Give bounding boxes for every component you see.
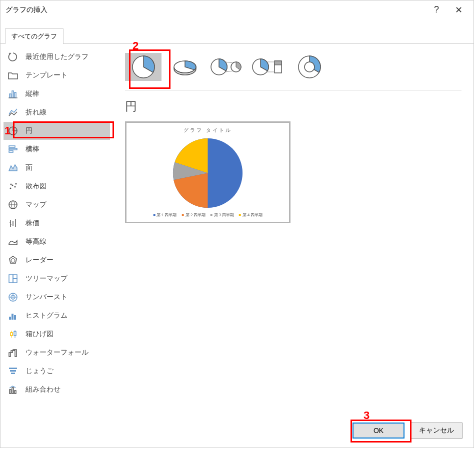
waterfall-icon xyxy=(8,347,18,358)
sidebar-item-recent[interactable]: 最近使用したグラフ xyxy=(4,48,110,66)
sidebar-item-label: じょうご xyxy=(26,367,54,376)
svg-rect-5 xyxy=(9,146,15,147)
chart-subtype-row xyxy=(125,49,462,90)
surface-chart-icon xyxy=(8,236,18,247)
svg-rect-45 xyxy=(10,370,16,372)
line-chart-icon xyxy=(8,107,18,118)
sidebar-item-area[interactable]: 面 xyxy=(4,159,110,177)
sidebar-item-line[interactable]: 折れ線 xyxy=(4,103,110,121)
sidebar-item-pie[interactable]: 円 xyxy=(4,122,110,140)
sidebar-item-treemap[interactable]: ツリーマップ xyxy=(4,270,110,288)
chart-preview[interactable]: グラフ タイトル 第１四半期 第２四半期 第３四半期 第４四半期 xyxy=(125,121,290,223)
combo-chart-icon xyxy=(8,384,18,395)
svg-rect-34 xyxy=(10,333,12,336)
svg-rect-7 xyxy=(9,151,13,152)
sidebar-item-label: 円 xyxy=(26,126,32,135)
sidebar-item-label: ツリーマップ xyxy=(26,274,68,283)
sidebar-item-funnel[interactable]: じょうご xyxy=(4,362,110,380)
svg-rect-41 xyxy=(11,351,12,353)
subtype-bar-of-pie[interactable] xyxy=(250,53,286,81)
sidebar-item-label: 散布図 xyxy=(26,182,46,191)
svg-marker-8 xyxy=(9,165,17,171)
sidebar-item-stock[interactable]: 株価 xyxy=(4,214,110,232)
sidebar-item-label: 等高線 xyxy=(26,237,46,246)
legend-item: 第４四半期 xyxy=(239,212,262,218)
stock-chart-icon xyxy=(8,218,18,229)
svg-rect-49 xyxy=(14,391,16,394)
map-icon xyxy=(8,199,18,210)
sidebar-item-waterfall[interactable]: ウォーターフォール xyxy=(4,344,110,362)
sidebar-item-label: マップ xyxy=(26,200,46,209)
histogram-icon xyxy=(8,310,18,321)
annotation-3: 3 xyxy=(364,409,370,422)
folder-icon xyxy=(8,70,18,81)
svg-rect-43 xyxy=(15,350,16,357)
svg-rect-42 xyxy=(13,350,14,351)
subtype-pie-2d[interactable] xyxy=(125,53,162,81)
scatter-chart-icon xyxy=(8,181,18,192)
svg-marker-23 xyxy=(11,258,15,262)
sidebar-item-label: 縦棒 xyxy=(26,89,40,98)
subtype-pie-3d[interactable] xyxy=(166,53,203,81)
legend-item: 第１四半期 xyxy=(153,212,176,218)
radar-chart-icon xyxy=(8,255,18,266)
pie-chart-preview-icon xyxy=(172,136,244,210)
svg-rect-24 xyxy=(9,275,13,283)
dialog-buttons: OK キャンセル xyxy=(0,414,474,448)
svg-point-12 xyxy=(16,183,17,185)
sidebar-item-label: 横棒 xyxy=(26,145,40,154)
legend-item: 第３四半期 xyxy=(210,212,234,218)
chart-type-heading: 円 xyxy=(125,98,462,114)
svg-rect-48 xyxy=(12,388,14,394)
sidebar-item-column[interactable]: 縦棒 xyxy=(4,85,110,103)
column-chart-icon xyxy=(8,88,18,99)
titlebar: グラフの挿入 ? ✕ xyxy=(0,0,474,19)
svg-rect-2 xyxy=(14,92,16,98)
subtype-doughnut[interactable] xyxy=(291,53,328,81)
help-button[interactable]: ? xyxy=(432,4,442,15)
svg-rect-31 xyxy=(9,317,11,320)
annotation-1: 1 xyxy=(4,124,10,137)
sidebar-item-combo[interactable]: 組み合わせ xyxy=(4,381,110,399)
svg-rect-26 xyxy=(13,279,17,283)
sidebar-item-scatter[interactable]: 散布図 xyxy=(4,177,110,195)
recent-icon xyxy=(8,51,18,62)
sidebar-item-label: 折れ線 xyxy=(26,108,46,117)
svg-rect-40 xyxy=(9,353,10,357)
sunburst-icon xyxy=(8,292,18,303)
close-button[interactable]: ✕ xyxy=(454,4,464,15)
area-chart-icon xyxy=(8,162,18,173)
sidebar-item-bar[interactable]: 横棒 xyxy=(4,140,110,158)
sidebar-item-sunburst[interactable]: サンバースト xyxy=(4,288,110,306)
tab-all-charts[interactable]: すべてのグラフ xyxy=(5,28,64,44)
sidebar-item-label: 組み合わせ xyxy=(26,385,60,394)
bar-chart-icon xyxy=(8,144,18,155)
main-panel: 円 グラフ タイトル 第１四半期 第２四半期 第３四半期 第４四半期 xyxy=(113,44,474,414)
window-title: グラフの挿入 xyxy=(6,5,432,14)
svg-rect-47 xyxy=(10,390,11,394)
svg-line-54 xyxy=(226,62,233,63)
subtype-pie-of-pie[interactable] xyxy=(208,53,244,81)
svg-rect-0 xyxy=(10,94,11,98)
annotation-2: 2 xyxy=(132,39,138,52)
ok-button[interactable]: OK xyxy=(352,423,404,439)
sidebar-item-templates[interactable]: テンプレート xyxy=(4,66,110,84)
svg-point-10 xyxy=(12,185,14,186)
chart-legend: 第１四半期 第２四半期 第３四半期 第４四半期 xyxy=(153,212,262,218)
svg-point-9 xyxy=(10,188,12,189)
sidebar-item-label: 面 xyxy=(26,163,32,172)
sidebar-item-boxwhisker[interactable]: 箱ひげ図 xyxy=(4,325,110,343)
svg-rect-46 xyxy=(11,373,15,374)
svg-rect-37 xyxy=(14,332,16,336)
sidebar-item-histogram[interactable]: ヒストグラム xyxy=(4,307,110,325)
sidebar-item-surface[interactable]: 等高線 xyxy=(4,233,110,251)
sidebar-item-map[interactable]: マップ xyxy=(4,196,110,214)
cancel-button[interactable]: キャンセル xyxy=(410,423,462,439)
funnel-icon xyxy=(8,366,18,377)
treemap-icon xyxy=(8,273,18,284)
content-area: 最近使用したグラフ テンプレート 縦棒 折れ線 xyxy=(0,44,474,414)
svg-point-62 xyxy=(304,62,314,72)
svg-rect-58 xyxy=(274,61,282,65)
svg-rect-25 xyxy=(13,275,17,279)
sidebar-item-radar[interactable]: レーダー xyxy=(4,251,110,269)
